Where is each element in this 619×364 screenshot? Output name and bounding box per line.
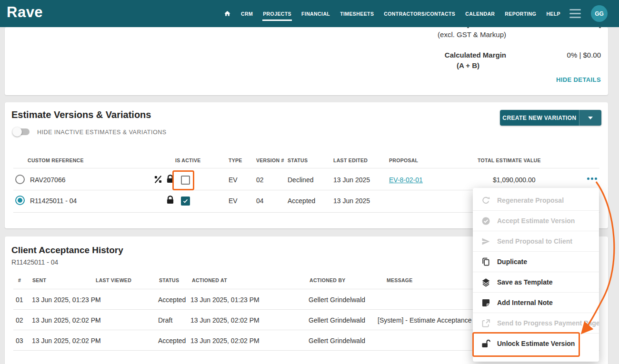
- sent: 13 Jun 2025, 02:02 PM: [32, 316, 101, 324]
- col-total-estimate-value: TOTAL ESTIMATE VALUE: [478, 157, 541, 163]
- lock-icon: [165, 195, 175, 207]
- col-sent: SENT: [32, 277, 46, 283]
- hide-inactive-toggle-label: HIDE INACTIVE ESTIMATES & VARIATIONS: [37, 129, 167, 136]
- hamburger-menu-icon[interactable]: [569, 9, 581, 18]
- version: 04: [256, 197, 264, 205]
- type: EV: [229, 197, 238, 205]
- nav-item-contractors-contacts[interactable]: CONTRACTORS/CONTACTS: [384, 11, 455, 17]
- unlock-icon: [481, 339, 491, 349]
- nav-item-reporting[interactable]: REPORTING: [505, 11, 536, 17]
- check-circle-icon: [481, 216, 491, 226]
- menu-item-duplicate[interactable]: Duplicate: [473, 251, 599, 272]
- nav-menu: CRM PROJECTS FINANCIAL TIMESHEETS CONTRA…: [224, 0, 560, 27]
- nav-item-timesheets[interactable]: TIMESHEETS: [340, 11, 374, 17]
- layers-icon: [481, 277, 491, 287]
- nav-item-financial[interactable]: FINANCIAL: [301, 11, 330, 17]
- hide-details-link[interactable]: HIDE DETAILS: [556, 76, 601, 83]
- top-nav-bar: Rave CRM PROJECTS FINANCIAL TIMESHEETS C…: [0, 0, 619, 27]
- actioned-by: Gellert Grindelwald: [309, 316, 365, 324]
- excl-gst-markup-label: (excl. GST & Markup): [438, 30, 506, 39]
- col-message: MESSAGE: [387, 277, 413, 283]
- menu-item-accept-estimate-version: Accept Estimate Version: [473, 210, 599, 231]
- sent: 13 Jun 2025, 02:02 PM: [32, 337, 101, 344]
- proposal-link[interactable]: EV-8-02-01: [389, 176, 423, 184]
- menu-item-send-to-progress-payment-page: Send to Progress Payment Page: [473, 313, 599, 333]
- clipped-text-artifact: [599, 27, 601, 28]
- actioned-at: 13 Jun 2025, 01:23 PM: [190, 296, 260, 304]
- create-new-variation-button[interactable]: CREATE NEW VARIATION: [500, 110, 601, 126]
- actioned-by: Gellert Grindelwald: [309, 296, 365, 304]
- calculated-margin-label: Calculated Margin: [445, 51, 506, 59]
- sent: 13 Jun 2025, 01:23 PM: [32, 296, 101, 304]
- last-viewed: -: [95, 337, 98, 344]
- menu-item-regenerate-proposal: Regenerate Proposal: [473, 190, 599, 210]
- send-icon: [481, 236, 491, 246]
- last-edited: 13 Jun 2025: [333, 176, 370, 184]
- estimate-row-2-radio-selected[interactable]: [15, 196, 25, 205]
- user-avatar[interactable]: GG: [591, 5, 608, 22]
- history-section-title: Client Acceptance History: [11, 245, 123, 256]
- menu-item-unlock-estimate-version[interactable]: Unlock Estimate Version: [473, 333, 599, 354]
- nav-item-help[interactable]: HELP: [546, 11, 560, 17]
- col-custom-reference: CUSTOM REFERENCE: [28, 157, 84, 163]
- col-version: VERSION #: [256, 157, 284, 163]
- nav-item-calendar[interactable]: CALENDAR: [465, 11, 495, 17]
- col-actioned-by: ACTIONED BY: [310, 277, 346, 283]
- row-number: 02: [16, 316, 23, 324]
- divider: [13, 168, 599, 168]
- menu-item-send-proposal-to-client: Send Proposal to Client: [473, 231, 599, 251]
- hide-inactive-toggle[interactable]: [13, 128, 30, 135]
- last-viewed: -: [95, 296, 98, 304]
- page: Rave CRM PROJECTS FINANCIAL TIMESHEETS C…: [0, 0, 619, 364]
- status: Draft: [158, 316, 172, 324]
- estimates-section-title: Estimate Versions & Variations: [11, 109, 151, 120]
- row-number: 01: [16, 296, 23, 304]
- col-status: STATUS: [288, 157, 308, 163]
- estimate-summary-card: (excl. GST & Markup) Calculated Margin (…: [5, 27, 608, 95]
- duplicate-icon: [481, 257, 491, 267]
- type: EV: [229, 176, 238, 184]
- col-type: TYPE: [229, 157, 242, 163]
- col-last-viewed: LAST VIEWED: [96, 277, 131, 283]
- note-icon: [481, 298, 491, 308]
- col-actioned-at: ACTIONED AT: [192, 277, 227, 283]
- actioned-at: 13 Jun 2025, 02:02 PM: [190, 337, 260, 344]
- create-variation-dropdown-button[interactable]: [579, 110, 601, 126]
- estimate-actions-context-menu: Regenerate Proposal Accept Estimate Vers…: [473, 188, 599, 362]
- total-estimate-value: $1,090,000.00: [493, 176, 536, 184]
- row-number: 03: [16, 337, 23, 344]
- calculated-margin-value: 0% | $0.00: [567, 51, 601, 59]
- actioned-by: Gellert Grindelwald: [309, 337, 365, 344]
- is-active-checkbox-unchecked[interactable]: [181, 176, 190, 185]
- col-is-active: IS ACTIVE: [175, 157, 201, 163]
- percent-slash-icon: [153, 175, 163, 186]
- home-icon[interactable]: [224, 10, 231, 17]
- actioned-at: 13 Jun 2025, 02:02 PM: [190, 316, 260, 324]
- menu-item-add-internal-note[interactable]: Add Internal Note: [473, 292, 599, 313]
- row-actions-menu-icon[interactable]: [585, 176, 599, 182]
- custom-reference: RAV207066: [30, 176, 65, 184]
- is-active-checkbox-checked[interactable]: [181, 197, 190, 206]
- regenerate-icon: [481, 196, 491, 206]
- col-proposal: PROPOSAL: [389, 157, 418, 163]
- col-status: STATUS: [159, 277, 179, 283]
- status: Accepted: [288, 197, 315, 205]
- status: Declined: [288, 176, 313, 184]
- lock-icon: [165, 174, 175, 186]
- col-number: #: [18, 277, 21, 283]
- custom-reference: R11425011 - 04: [30, 197, 77, 205]
- estimate-row-1-radio[interactable]: [15, 175, 25, 184]
- nav-item-projects[interactable]: PROJECTS: [263, 11, 291, 17]
- history-subtitle: R11425011 - 04: [11, 258, 58, 266]
- status: Accepted: [158, 296, 186, 304]
- clipped-text-artifact: [467, 27, 469, 28]
- col-last-edited: LAST EDITED: [333, 157, 368, 163]
- menu-item-save-as-template[interactable]: Save as Template: [473, 272, 599, 292]
- share-icon: [481, 318, 491, 328]
- last-viewed: -: [95, 316, 98, 324]
- last-edited: 13 Jun 2025: [333, 197, 370, 205]
- nav-item-crm[interactable]: CRM: [241, 11, 253, 17]
- rave-logo[interactable]: Rave: [7, 4, 43, 21]
- chevron-down-icon: [588, 117, 593, 119]
- create-new-variation-label: CREATE NEW VARIATION: [500, 115, 579, 121]
